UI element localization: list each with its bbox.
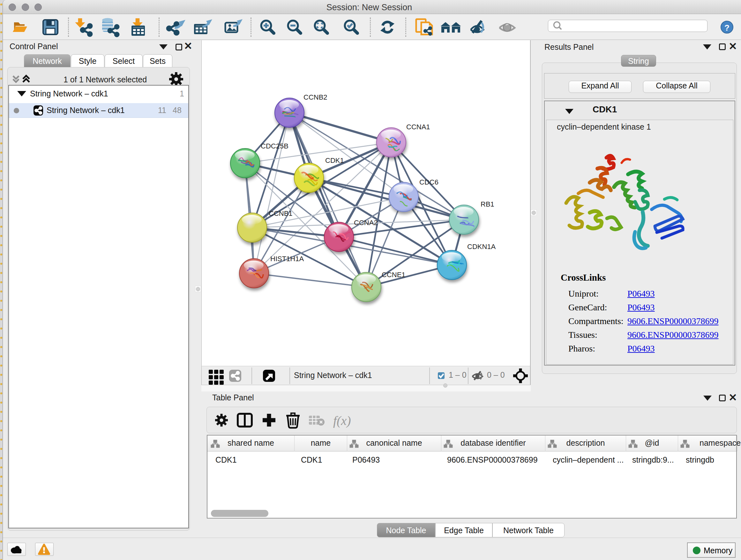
svg-text:HIST1H1A: HIST1H1A <box>270 255 304 263</box>
svg-text:RB1: RB1 <box>481 200 494 208</box>
svg-text:CDC25B: CDC25B <box>261 142 288 150</box>
svg-text:CCNA1: CCNA1 <box>406 123 430 131</box>
svg-text:CDKN1A: CDKN1A <box>467 243 496 251</box>
svg-text:CDK1: CDK1 <box>325 157 344 165</box>
svg-text:CCNB1: CCNB1 <box>269 209 293 217</box>
svg-text:f(x): f(x) <box>333 414 351 428</box>
svg-text:?: ? <box>724 23 730 33</box>
svg-text:CCNE1: CCNE1 <box>382 271 406 279</box>
svg-text:CCNB2: CCNB2 <box>304 93 327 101</box>
svg-text:CCNA2: CCNA2 <box>354 219 378 227</box>
svg-text:CDC6: CDC6 <box>419 178 439 186</box>
